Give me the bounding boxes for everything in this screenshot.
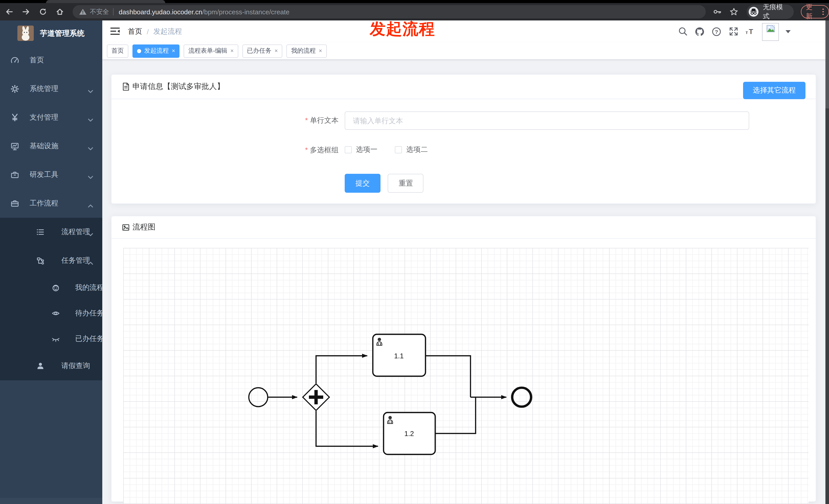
collapse-sidebar-icon[interactable] [109,26,121,36]
bpmn-flow-gateway-task2 [316,411,378,446]
checkbox-option-2[interactable]: 选项二 [395,145,428,154]
broken-image-icon [766,25,774,32]
breadcrumb-separator: / [147,27,149,36]
sidebar: 芋道管理系统 首页 系统管理 支付管理 基础设施 [0,21,102,504]
close-icon[interactable] [172,48,175,54]
yen-icon [10,113,20,122]
refresh-icon[interactable] [36,5,50,18]
monitor-icon [10,142,20,151]
incognito-label: 无痕模式 [763,3,789,21]
url-bar[interactable]: 不安全 dashboard.yudao.iocoder.cn/bpm/proce… [72,5,706,18]
browser-toolbar: 不安全 dashboard.yudao.iocoder.cn/bpm/proce… [0,3,829,21]
sidebar-item-home[interactable]: 首页 [0,46,102,75]
bpmn-flow-task2-join [435,398,476,433]
breadcrumb-home[interactable]: 首页 [128,27,142,36]
face-icon [51,283,60,293]
scrollbar-thumb[interactable] [825,21,829,108]
sidebar-item-payment[interactable]: 支付管理 [0,103,102,132]
bookmark-star-icon[interactable] [729,7,738,16]
not-secure-warning-icon [78,8,87,15]
browser-tab[interactable] [46,0,165,3]
sidebar-item-infrastructure[interactable]: 基础设施 [0,132,102,160]
gear-icon [10,84,20,93]
breadcrumb-current: 发起流程 [153,27,182,36]
sidebar-item-workflow[interactable]: 工作流程 [0,189,102,218]
sidebar-item-label: 支付管理 [30,113,58,122]
tab-my-process[interactable]: 我的流程 [287,44,327,57]
checkbox-icon[interactable] [345,146,352,153]
page-scrollbar[interactable] [825,21,829,504]
submit-button[interactable]: 提交 [345,174,381,193]
navbar: 首页 / 发起流程 ? тT [102,21,829,42]
tab-label: 首页 [111,46,124,55]
checkbox-option-1[interactable]: 选项一 [345,145,377,154]
close-icon[interactable] [275,48,278,54]
sidebar-item-process-mgmt[interactable]: 流程管理 [0,218,102,246]
user-icon [36,361,45,371]
url-path[interactable]: /bpm/process-instance/create [202,8,289,15]
search-icon[interactable] [678,26,688,37]
close-icon[interactable] [230,48,234,54]
chevron-up-icon [88,201,93,209]
app-title: 芋道管理系统 [40,28,84,38]
fullscreen-icon[interactable] [728,26,738,37]
bpmn-canvas[interactable]: 1.1 1.2 [123,248,808,504]
bpmn-flow-gateway-task1 [316,356,367,383]
screen: 不安全 dashboard.yudao.iocoder.cn/bpm/proce… [0,0,829,504]
sidebar-item-label: 基础设施 [30,142,58,151]
eye-icon [51,309,60,318]
task-2-label: 1.2 [404,430,414,437]
browser-chrome: 不安全 dashboard.yudao.iocoder.cn/bpm/proce… [0,0,829,21]
tab-label: 已办任务 [247,46,272,55]
help-icon[interactable]: ? [711,26,722,37]
single-line-text-input[interactable] [345,111,749,130]
sidebar-item-todo-tasks[interactable]: 待办任务 [0,301,102,326]
flow-diagram-title: 流程图 [133,222,155,232]
avatar[interactable] [762,23,779,41]
browser-update-button[interactable]: 更新 [801,5,829,18]
browser-tabstrip [0,0,829,3]
sidebar-item-leave-query[interactable]: 请假查询 [0,352,102,380]
forward-icon[interactable] [19,5,34,18]
tab-label: 发起流程 [144,46,169,55]
sidebar-item-my-process[interactable]: 我的流程 [0,275,102,301]
sidebar-item-system[interactable]: 系统管理 [0,75,102,103]
password-key-icon[interactable] [713,7,722,16]
apply-form: 单行文本 多选框组 选项一 选项二 [111,99,816,203]
font-size-icon[interactable]: тT [745,26,755,37]
text-field-row: 单行文本 [111,111,749,130]
checkbox-label: 选项二 [406,145,428,154]
github-icon[interactable] [694,26,705,37]
document-icon [122,82,131,91]
checkbox-icon[interactable] [395,146,402,153]
sidebar-item-label: 工作流程 [30,199,58,208]
home-icon[interactable] [52,5,67,18]
security-label[interactable]: 不安全 [90,7,109,16]
tab-form-edit[interactable]: 流程表单-编辑 [184,44,238,57]
reset-button[interactable]: 重置 [388,174,424,193]
tab-home[interactable]: 首页 [107,44,129,57]
url-host[interactable]: dashboard.yudao.iocoder.cn [119,8,202,15]
annotation-start-process: 发起流程 [370,18,435,40]
app-logo-row[interactable]: 芋道管理系统 [0,21,102,46]
incognito-icon [748,6,759,18]
sidebar-item-task-mgmt[interactable]: 任务管理 [0,246,102,275]
sidebar-item-label: 首页 [30,56,44,65]
browser-menu-icon[interactable] [823,8,824,15]
sidebar-item-label: 流程管理 [61,228,90,237]
select-other-process-button[interactable]: 选择其它流程 [743,82,805,99]
close-icon[interactable] [319,48,322,54]
tab-done-tasks[interactable]: 已办任务 [243,44,283,57]
workflow-submenu: 流程管理 任务管理 我的流程 待办任务 [0,218,102,380]
avatar-caret-icon[interactable] [786,30,791,33]
chevron-down-icon [88,116,93,124]
checkbox-group-row: 多选框组 选项一 选项二 [111,145,749,155]
briefcase-icon [10,199,20,208]
bpmn-flow-task1-join [426,356,470,397]
sidebar-item-dev-tools[interactable]: 研发工具 [0,160,102,189]
page-content: 申请信息【测试多审批人】 选择其它流程 单行文本 多选框组 选项一 [102,60,829,504]
back-icon[interactable] [2,5,17,18]
tab-start-process[interactable]: 发起流程 [133,44,180,57]
update-label: 更新 [806,3,818,21]
sidebar-item-done-tasks[interactable]: 已办任务 [0,326,102,352]
